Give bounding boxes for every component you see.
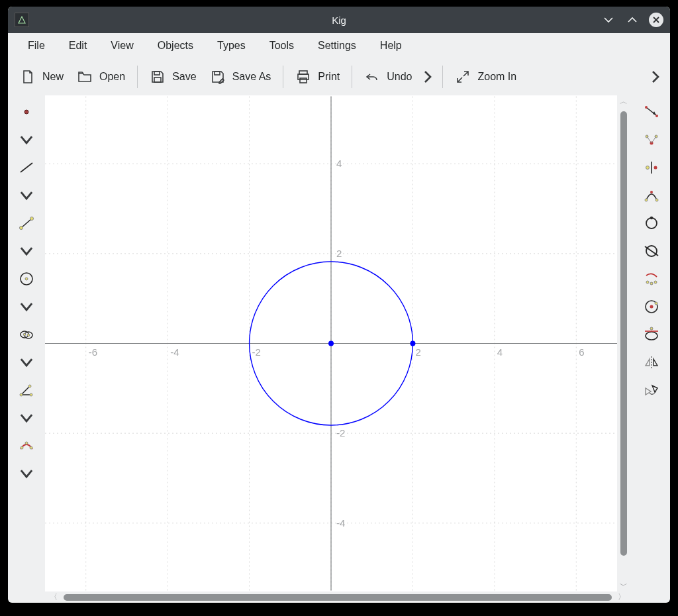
svg-rect-5 <box>215 72 220 75</box>
svg-text:6: 6 <box>579 346 584 358</box>
app-window: Kig File Edit View Objects Types Tools S… <box>8 7 670 603</box>
rotation-tool[interactable] <box>638 378 665 403</box>
svg-point-25 <box>30 446 32 449</box>
zoom-in-icon <box>455 69 471 85</box>
menu-view[interactable]: View <box>99 36 145 56</box>
menu-tools[interactable]: Tools <box>258 36 306 56</box>
line-tool[interactable] <box>13 155 40 180</box>
menu-edit[interactable]: Edit <box>57 36 99 56</box>
vertical-scrollbar[interactable]: ︿ ﹀ <box>617 95 630 591</box>
window-controls <box>601 13 663 27</box>
svg-point-13 <box>30 217 34 221</box>
scroll-right-icon[interactable]: 〉 <box>616 591 628 603</box>
maximize-button[interactable] <box>625 13 640 27</box>
open-button[interactable]: Open <box>70 65 132 89</box>
menu-types[interactable]: Types <box>205 36 258 56</box>
vector-tool[interactable] <box>638 99 665 125</box>
svg-point-76 <box>646 332 657 340</box>
segment-tool[interactable] <box>13 211 40 236</box>
svg-marker-54 <box>653 111 656 115</box>
svg-point-15 <box>25 278 28 280</box>
toolbar-overflow-2[interactable] <box>646 69 665 85</box>
svg-point-78 <box>650 327 653 330</box>
menu-help[interactable]: Help <box>368 36 414 56</box>
save-icon <box>150 69 166 85</box>
svg-point-19 <box>27 334 30 336</box>
svg-point-23 <box>21 446 23 449</box>
svg-marker-79 <box>646 359 650 366</box>
circle-tool[interactable] <box>13 266 40 291</box>
zoom-in-button[interactable]: Zoom In <box>448 65 523 89</box>
minimize-button[interactable] <box>601 13 616 27</box>
new-button[interactable]: New <box>13 65 70 89</box>
svg-point-20 <box>20 393 23 396</box>
concentric-circle-tool[interactable] <box>638 294 665 319</box>
svg-point-63 <box>645 199 648 201</box>
conic-tool[interactable] <box>13 322 40 347</box>
geometry-canvas[interactable]: -6-4-2246-4-224 <box>45 95 617 591</box>
horizontal-scrollbar[interactable]: 〈 〉 <box>45 591 630 603</box>
svg-point-24 <box>25 442 28 444</box>
tangent-tool[interactable] <box>638 238 665 264</box>
undo-icon <box>364 69 380 85</box>
locus-tool[interactable] <box>638 266 665 291</box>
svg-point-61 <box>646 166 650 170</box>
arc-by-points-tool[interactable] <box>638 183 665 208</box>
midpoint-tool[interactable] <box>638 155 665 180</box>
svg-point-56 <box>655 115 658 117</box>
intersection-tool[interactable] <box>638 127 665 152</box>
new-document-icon <box>20 69 36 85</box>
svg-point-66 <box>646 218 657 229</box>
folder-open-icon <box>77 69 93 85</box>
canvas-svg: -6-4-2246-4-224 <box>45 95 617 591</box>
scroll-up-icon[interactable]: ︿ <box>620 95 628 107</box>
svg-point-75 <box>655 302 657 305</box>
toolbar-overflow-1[interactable] <box>418 69 437 85</box>
line-tool-menu[interactable] <box>13 183 40 208</box>
svg-point-74 <box>650 305 654 309</box>
svg-point-18 <box>23 333 26 336</box>
conic-tool-menu[interactable] <box>13 350 40 375</box>
svg-line-10 <box>21 163 32 172</box>
angle-tool-menu[interactable] <box>13 405 40 431</box>
titlebar: Kig <box>8 7 670 33</box>
svg-point-12 <box>20 227 23 230</box>
save-as-button[interactable]: Save As <box>203 65 278 89</box>
undo-button[interactable]: Undo <box>358 65 418 89</box>
point-tool[interactable] <box>13 99 40 125</box>
reflection-tool[interactable] <box>638 350 665 375</box>
svg-text:-4: -4 <box>170 346 179 358</box>
left-toolbar <box>8 95 45 603</box>
svg-rect-8 <box>300 78 307 83</box>
toolbar-separator <box>137 66 138 88</box>
print-button[interactable]: Print <box>289 65 346 89</box>
svg-text:-4: -4 <box>336 517 345 529</box>
svg-marker-83 <box>652 385 657 392</box>
segment-tool-menu[interactable] <box>13 238 40 264</box>
circle-by-3-tool[interactable] <box>638 211 665 236</box>
app-icon <box>15 13 29 27</box>
workspace: -6-4-2246-4-224 ︿ ﹀ 〈 〉 <box>8 95 670 603</box>
toolbar-separator <box>283 66 283 88</box>
svg-point-21 <box>30 393 32 396</box>
svg-point-50 <box>328 341 334 346</box>
save-as-icon <box>210 69 226 85</box>
svg-text:-2: -2 <box>252 346 261 358</box>
menu-settings[interactable]: Settings <box>306 36 368 56</box>
svg-point-22 <box>28 385 31 387</box>
close-button[interactable] <box>649 13 663 27</box>
arc-tool[interactable] <box>13 433 40 458</box>
print-icon <box>295 69 311 85</box>
scroll-down-icon[interactable]: ﹀ <box>620 580 628 591</box>
polar-line-tool[interactable] <box>638 322 665 347</box>
arc-tool-menu[interactable] <box>13 461 40 486</box>
right-toolbar <box>633 95 670 603</box>
menu-objects[interactable]: Objects <box>146 36 205 56</box>
menu-file[interactable]: File <box>16 36 57 56</box>
scroll-left-icon[interactable]: 〈 <box>48 591 60 603</box>
point-tool-menu[interactable] <box>13 127 40 152</box>
svg-point-9 <box>24 110 28 114</box>
angle-tool[interactable] <box>13 378 40 403</box>
save-button[interactable]: Save <box>143 65 203 89</box>
circle-tool-menu[interactable] <box>13 294 40 319</box>
